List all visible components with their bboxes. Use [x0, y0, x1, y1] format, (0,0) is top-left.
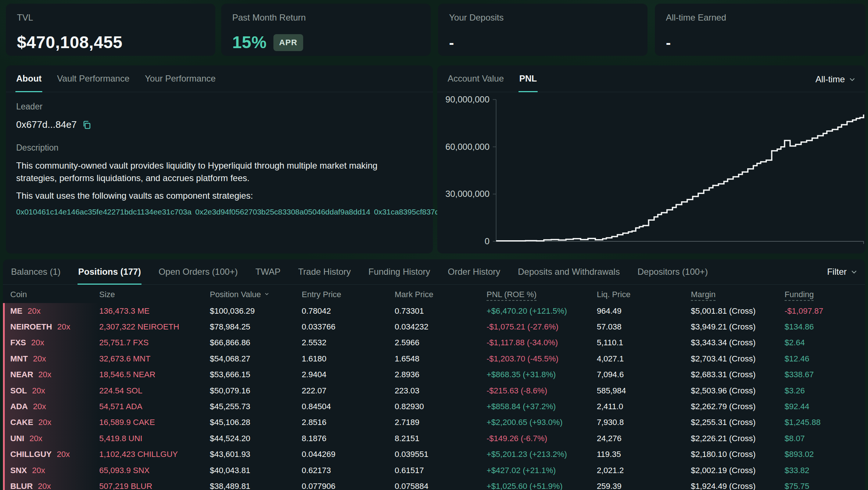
tab-balances-1[interactable]: Balances (1) [10, 259, 61, 285]
mark-price-cell: 0.034232 [395, 322, 487, 332]
pnl-cell: +$1,025.60 (+51.9%) [487, 482, 597, 490]
column-header-coin[interactable]: Coin [3, 290, 99, 299]
column-header-liq-price[interactable]: Liq. Price [597, 290, 691, 299]
position-row[interactable]: SOL20x 224.54 SOL $50,079.16 222.07 223.… [3, 383, 865, 399]
apr-badge: APR [273, 34, 303, 51]
tab-twap[interactable]: TWAP [255, 259, 281, 285]
liq-price-cell: 2,021.2 [597, 466, 691, 475]
filter-label: Filter [827, 267, 847, 277]
funding-cell: $893.02 [785, 450, 865, 459]
coin-cell[interactable]: ME20x [3, 303, 99, 319]
coin-cell[interactable]: CHILLGUY20x [3, 447, 99, 462]
stat-value: - [449, 35, 636, 51]
position-value-cell: $100,036.29 [210, 306, 302, 316]
liq-price-cell: 964.49 [597, 306, 691, 316]
position-row[interactable]: NEAR20x 18,546.5 NEAR $53,666.15 2.9404 … [3, 367, 865, 383]
funding-cell: $1,245.88 [785, 418, 865, 427]
filter-dropdown[interactable]: Filter [827, 267, 858, 284]
tab-account-value[interactable]: Account Value [447, 65, 505, 92]
position-row[interactable]: UNI20x 5,419.8 UNI $44,524.20 8.1876 8.2… [3, 430, 865, 446]
tab-open-orders-100[interactable]: Open Orders (100+) [158, 259, 238, 285]
coin-cell[interactable]: MNT20x [3, 351, 99, 367]
chart-tabs: Account ValuePNL [437, 65, 865, 92]
time-range-select[interactable]: All-time [815, 74, 856, 84]
pnl-cell: -$149.26 (-6.7%) [487, 434, 597, 443]
tab-deposits-and-withdrawals[interactable]: Deposits and Withdrawals [517, 259, 620, 285]
position-value-cell: $44,524.20 [210, 434, 302, 443]
coin-cell[interactable]: BLUR20x [3, 478, 99, 490]
column-header-position-value[interactable]: Position Value [210, 290, 302, 299]
position-row[interactable]: BLUR20x 507,219 BLUR $38,489.81 0.077906… [3, 478, 865, 490]
leverage-badge: 20x [38, 482, 51, 490]
tab-pnl[interactable]: PNL [519, 65, 538, 92]
stat-value: 15% [232, 32, 267, 52]
strategy-address-links: 0x010461c14e146ac35fe42271bdc1134ee31c70… [16, 206, 395, 217]
stat-label: Past Month Return [232, 12, 420, 23]
tab-positions-177[interactable]: Positions (177) [78, 259, 142, 285]
column-header-entry-price[interactable]: Entry Price [302, 290, 395, 299]
coin-cell[interactable]: NEAR20x [3, 367, 99, 383]
coin-symbol: CHILLGUY [10, 450, 51, 459]
strategy-address-link[interactable]: 0x2e3d94f0562703b25c83308a05046ddaf9a8dd… [195, 208, 370, 216]
position-row[interactable]: NEIROETH20x 2,307,322 NEIROETH $78,984.2… [3, 319, 865, 335]
position-row[interactable]: MNT20x 32,673.6 MNT $54,068.27 1.6180 1.… [3, 351, 865, 367]
stat-card-tvl: TVL $470,108,455 [6, 4, 215, 56]
margin-cell: $2,703.41 (Cross) [691, 354, 785, 364]
column-header-pnl-roe[interactable]: PNL (ROE %) [487, 290, 597, 299]
position-row[interactable]: SNX20x 65,093.9 SNX $40,043.81 0.62173 0… [3, 462, 865, 478]
table-tabs: Balances (1)Positions (177)Open Orders (… [10, 259, 709, 284]
tab-vault-performance[interactable]: Vault Performance [56, 65, 130, 92]
leverage-badge: 20x [29, 434, 42, 443]
coin-symbol: SNX [10, 466, 27, 475]
coin-cell[interactable]: ADA20x [3, 399, 99, 414]
entry-price-cell: 0.84504 [302, 402, 395, 411]
coin-cell[interactable]: SNX20x [3, 462, 99, 478]
position-row[interactable]: CAKE20x 16,589.9 CAKE $45,106.28 2.8516 … [3, 415, 865, 430]
column-header-margin[interactable]: Margin [691, 290, 785, 299]
position-value-cell: $50,079.16 [210, 386, 302, 396]
stat-value: $470,108,455 [17, 32, 204, 52]
size-cell: 507,219 BLUR [99, 482, 210, 490]
position-row[interactable]: ME20x 136,473.3 ME $100,036.29 0.78042 0… [3, 303, 865, 319]
tab-depositors-100[interactable]: Depositors (100+) [637, 259, 709, 285]
liq-price-cell: 4,027.1 [597, 354, 691, 364]
position-row[interactable]: ADA20x 54,571 ADA $45,255.73 0.84504 0.8… [3, 399, 865, 414]
coin-cell[interactable]: CAKE20x [3, 415, 99, 430]
coin-symbol: SOL [10, 386, 27, 396]
position-value-cell: $40,043.81 [210, 466, 302, 475]
coin-cell[interactable]: FXS20x [3, 335, 99, 351]
position-row[interactable]: CHILLGUY20x 1,102,423 CHILLGUY $43,601.9… [3, 447, 865, 462]
funding-cell: $8.07 [785, 434, 865, 443]
funding-cell: $33.82 [785, 466, 865, 475]
tab-order-history[interactable]: Order History [447, 259, 501, 285]
column-header-size[interactable]: Size [99, 290, 210, 299]
funding-cell: -$1,097.87 [785, 306, 865, 316]
leverage-badge: 20x [28, 306, 40, 316]
pnl-cell: -$1,075.21 (-27.6%) [487, 322, 597, 332]
leverage-badge: 20x [57, 322, 70, 332]
tab-trade-history[interactable]: Trade History [297, 259, 351, 285]
strategy-address-link[interactable]: 0x010461c14e146ac35fe42271bdc1134ee31c70… [16, 208, 191, 216]
entry-price-cell: 8.1876 [302, 434, 395, 443]
mark-price-cell: 0.61517 [395, 466, 487, 475]
column-header-funding[interactable]: Funding [785, 290, 865, 299]
coin-cell[interactable]: UNI20x [3, 430, 99, 446]
tab-funding-history[interactable]: Funding History [367, 259, 431, 285]
pnl-line [496, 115, 864, 241]
size-cell: 32,673.6 MNT [99, 354, 210, 364]
stat-label: All-time Earned [666, 12, 854, 23]
tab-about[interactable]: About [15, 65, 42, 92]
y-axis-tick-label: 60,000,000 [438, 142, 489, 152]
copy-icon[interactable] [82, 120, 92, 130]
leverage-badge: 20x [31, 338, 44, 347]
coin-cell[interactable]: SOL20x [3, 383, 99, 399]
stat-card-all-time-earned: All-time Earned - [655, 4, 865, 56]
coin-cell[interactable]: NEIROETH20x [3, 319, 99, 335]
column-header-mark-price[interactable]: Mark Price [395, 290, 487, 299]
tab-your-performance[interactable]: Your Performance [144, 65, 216, 92]
liq-price-cell: 7,094.6 [597, 370, 691, 379]
chevron-down-icon [849, 76, 856, 83]
position-row[interactable]: FXS20x 25,751.7 FXS $66,866.86 2.5532 2.… [3, 335, 865, 351]
pnl-cell: +$5,201.23 (+213.2%) [487, 450, 597, 459]
leverage-badge: 20x [38, 418, 51, 427]
